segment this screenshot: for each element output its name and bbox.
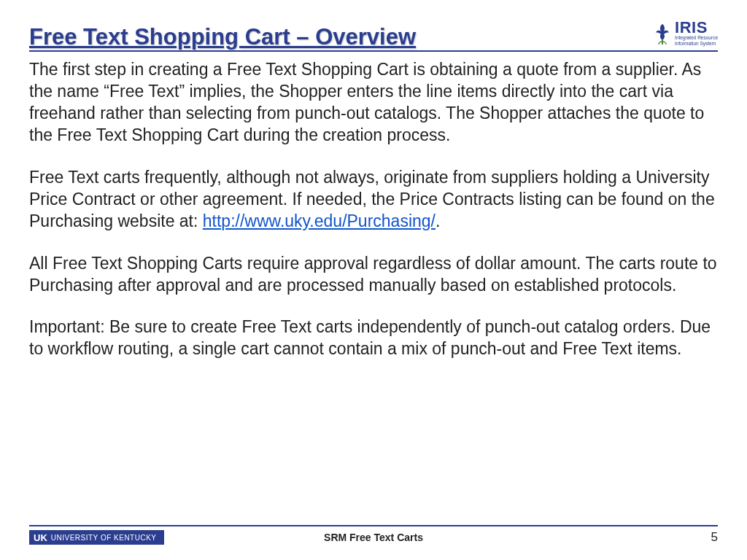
slide-title: Free Text Shopping Cart – Overview xyxy=(29,26,416,50)
iris-logo-sub1: Integrated Resource xyxy=(675,36,718,41)
uk-badge: UK UNIVERSITY OF KENTUCKY xyxy=(29,530,164,545)
iris-logo-sub2: Information System xyxy=(675,42,718,47)
paragraph-3: All Free Text Shopping Carts require app… xyxy=(29,253,718,297)
footer: UK UNIVERSITY OF KENTUCKY SRM Free Text … xyxy=(0,525,747,545)
uk-mark: UK xyxy=(34,532,47,543)
page-number: 5 xyxy=(711,530,718,545)
paragraph-1: The first step in creating a Free Text S… xyxy=(29,59,718,147)
iris-logo-main: IRIS xyxy=(675,20,718,35)
body-text: The first step in creating a Free Text S… xyxy=(29,59,718,360)
iris-logo-text: IRIS Integrated Resource Information Sys… xyxy=(675,20,718,46)
footer-rule xyxy=(29,525,718,526)
slide: Free Text Shopping Cart – Overview IRIS … xyxy=(0,0,747,560)
footer-row: UK UNIVERSITY OF KENTUCKY SRM Free Text … xyxy=(29,529,718,545)
purchasing-link[interactable]: http://www.uky.edu/Purchasing/ xyxy=(203,211,436,230)
header-row: Free Text Shopping Cart – Overview IRIS … xyxy=(29,20,718,52)
p2-tail: . xyxy=(436,211,440,230)
uk-org-name: UNIVERSITY OF KENTUCKY xyxy=(51,534,157,542)
iris-logo: IRIS Integrated Resource Information Sys… xyxy=(653,20,718,49)
paragraph-2: Free Text carts frequently, although not… xyxy=(29,167,718,233)
iris-flower-icon xyxy=(653,23,672,44)
paragraph-4: Important: Be sure to create Free Text c… xyxy=(29,316,718,360)
footer-center-label: SRM Free Text Carts xyxy=(324,532,423,543)
